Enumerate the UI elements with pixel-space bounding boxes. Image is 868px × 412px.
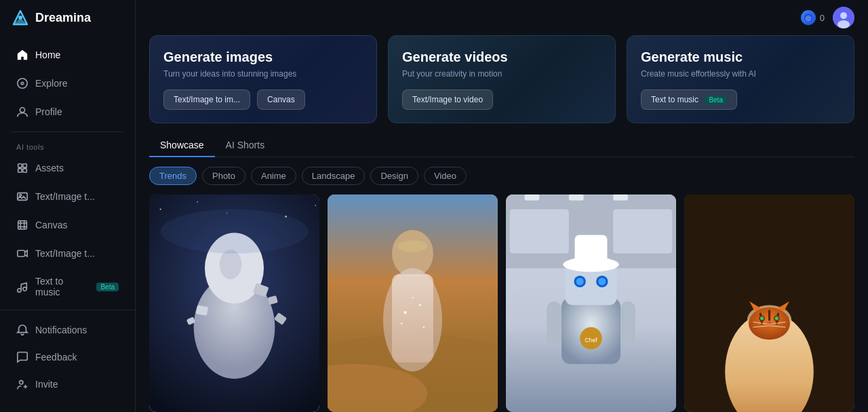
topbar: ⓪ 0 — [136, 0, 868, 35]
svg-point-67 — [598, 278, 606, 285]
avatar[interactable] — [833, 7, 854, 28]
textimage-to-video-button[interactable]: Text/Image to video — [402, 89, 493, 110]
app-name: Dreamina — [35, 11, 91, 25]
canvas-icon — [16, 219, 28, 231]
sidebar-item-invite[interactable]: Invite — [5, 371, 130, 397]
svg-point-2 — [18, 16, 22, 20]
music-beta-badge: Beta — [705, 96, 727, 104]
hero-card-images: Generate images Turn your ideas into stu… — [149, 35, 377, 123]
user-icon — [16, 106, 28, 118]
svg-rect-7 — [23, 164, 26, 167]
svg-point-29 — [160, 209, 161, 210]
sidebar-nav: Home Explore Profile AI tools — [0, 35, 135, 412]
svg-point-18 — [18, 289, 21, 292]
filter-anime[interactable]: Anime — [251, 167, 296, 185]
svg-point-48 — [383, 268, 442, 371]
hero-cards: Generate images Turn your ideas into stu… — [136, 35, 868, 134]
svg-point-26 — [840, 12, 847, 19]
sidebar-item-canvas[interactable]: Canvas — [5, 212, 130, 238]
svg-point-4 — [21, 82, 24, 85]
filter-landscape[interactable]: Landscape — [302, 167, 366, 185]
home-icon — [16, 49, 28, 61]
svg-rect-59 — [525, 194, 540, 201]
coin-icon: ⓪ — [801, 10, 816, 25]
svg-rect-6 — [18, 164, 22, 167]
svg-point-52 — [401, 323, 403, 325]
svg-rect-58 — [613, 209, 672, 253]
grid-item-woman[interactable] — [328, 194, 498, 412]
sidebar-item-profile[interactable]: Profile — [5, 99, 130, 125]
sidebar-item-notifications[interactable]: Notifications — [5, 317, 130, 343]
images-card-title: Generate images — [163, 49, 363, 65]
svg-point-53 — [423, 327, 425, 329]
svg-rect-72 — [547, 302, 561, 346]
sidebar-item-textimage2[interactable]: Text/Image t... — [5, 241, 130, 266]
coin-count: 0 — [820, 13, 825, 23]
filter-photo[interactable]: Photo — [202, 167, 245, 185]
svg-rect-39 — [196, 305, 208, 316]
svg-rect-60 — [569, 194, 584, 201]
dreamina-logo-icon — [11, 8, 30, 27]
sidebar: Dreamina Home Explore Profile AI tools — [0, 0, 136, 412]
svg-point-66 — [576, 278, 584, 285]
assets-icon — [16, 162, 28, 174]
svg-point-36 — [220, 250, 242, 280]
svg-point-84 — [760, 316, 764, 320]
filter-design[interactable]: Design — [370, 167, 418, 185]
svg-point-51 — [412, 297, 413, 298]
ai-tools-label: AI tools — [0, 138, 135, 154]
svg-text:⓪: ⓪ — [806, 16, 811, 22]
tab-ai-shorts[interactable]: AI Shorts — [215, 134, 276, 157]
grid-item-statue[interactable] — [149, 194, 319, 412]
svg-rect-69 — [575, 235, 608, 266]
svg-point-27 — [837, 20, 850, 28]
sidebar-item-assets[interactable]: Assets — [5, 155, 130, 181]
svg-point-5 — [20, 108, 24, 112]
svg-point-3 — [18, 79, 27, 88]
svg-point-19 — [23, 287, 26, 291]
videos-card-title: Generate videos — [402, 49, 601, 65]
grid-item-tiger[interactable] — [684, 194, 854, 412]
images-card-buttons: Text/Image to im... Canvas — [163, 89, 363, 110]
bell-icon — [16, 324, 28, 336]
svg-rect-17 — [18, 251, 25, 257]
music-card-subtitle: Create music effortlessly with AI — [641, 69, 840, 79]
filter-trends[interactable]: Trends — [149, 167, 197, 185]
sidebar-item-home[interactable]: Home — [5, 42, 130, 68]
nav-divider — [11, 131, 124, 132]
svg-rect-8 — [18, 169, 22, 172]
svg-rect-57 — [510, 209, 569, 253]
svg-point-32 — [315, 205, 316, 206]
images-card-subtitle: Turn your ideas into stunning images — [163, 69, 363, 79]
music-card-title: Generate music — [641, 49, 840, 65]
svg-point-85 — [775, 316, 778, 320]
grid-item-robot[interactable]: Chef — [506, 194, 676, 412]
sidebar-item-explore[interactable]: Explore — [5, 70, 130, 96]
videos-card-subtitle: Put your creativity in motion — [402, 69, 601, 79]
image-grid: Chef — [149, 194, 854, 412]
svg-point-30 — [197, 201, 198, 203]
hero-card-music: Generate music Create music effortlessly… — [627, 35, 854, 123]
showcase-tab-bar: Showcase AI Shorts — [149, 134, 854, 157]
canvas-button[interactable]: Canvas — [257, 89, 305, 110]
sidebar-bottom: Notifications Feedback Invite — [0, 310, 135, 407]
sidebar-item-feedback[interactable]: Feedback — [5, 344, 130, 370]
sidebar-item-texttomusic[interactable]: Text to music Beta — [5, 269, 130, 304]
invite-icon — [16, 378, 28, 390]
feedback-icon — [16, 351, 28, 363]
music-card-buttons: Text to music Beta — [641, 89, 840, 110]
tab-showcase[interactable]: Showcase — [149, 134, 215, 157]
sidebar-item-textimage1[interactable]: Text/Image t... — [5, 184, 130, 209]
coins-display[interactable]: ⓪ 0 — [801, 10, 825, 25]
svg-point-42 — [161, 209, 309, 253]
svg-rect-12 — [18, 221, 27, 230]
svg-point-50 — [419, 304, 421, 306]
beta-badge: Beta — [96, 283, 119, 291]
hero-card-videos: Generate videos Put your creativity in m… — [388, 35, 616, 123]
filter-video[interactable]: Video — [424, 167, 467, 185]
image-icon — [16, 190, 28, 203]
video-icon — [16, 247, 28, 260]
logo: Dreamina — [0, 0, 135, 35]
textimage-to-image-button[interactable]: Text/Image to im... — [163, 89, 250, 110]
text-to-music-button[interactable]: Text to music Beta — [641, 89, 737, 110]
